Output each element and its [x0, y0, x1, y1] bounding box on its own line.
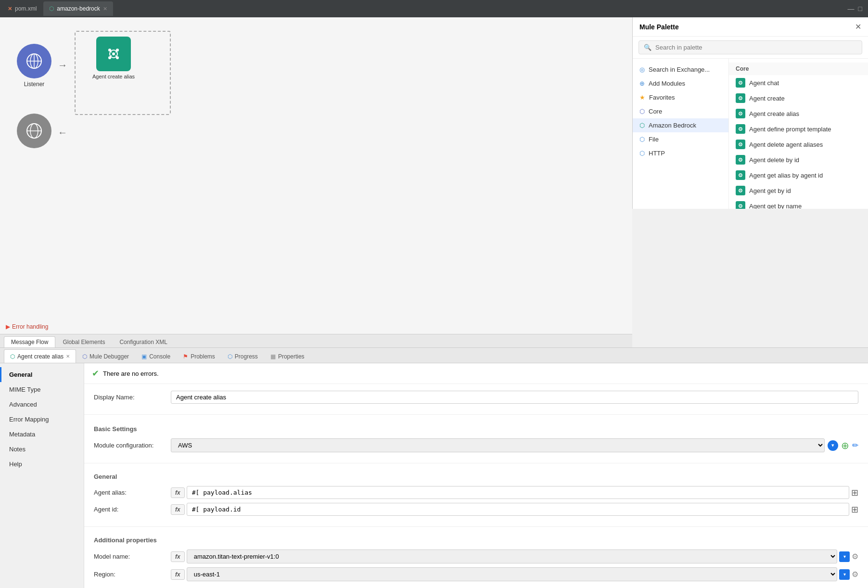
left-area: Listener →	[0, 17, 868, 588]
search-icon: 🔍	[644, 44, 651, 51]
search-input[interactable]	[655, 44, 857, 51]
region-settings-btn[interactable]: ⚙	[852, 570, 858, 579]
agent-id-input[interactable]	[187, 503, 849, 516]
http-icon: ⬡	[639, 150, 645, 157]
palette-item-add-modules[interactable]: ⊕ Add Modules	[633, 77, 728, 90]
palette-item-agent-get-by-name[interactable]: Agent get by name	[729, 198, 868, 209]
display-name-input[interactable]	[171, 391, 858, 404]
agent-alias-fx-btn[interactable]: fx	[171, 487, 185, 498]
agent-id-fx-btn[interactable]: fx	[171, 504, 185, 515]
tab-pom-label: pom.xml	[15, 5, 37, 12]
module-config-dropdown-btn[interactable]: ▾	[828, 440, 838, 451]
palette-item-agent-create-alias[interactable]: Agent create alias	[729, 106, 868, 121]
display-name-label: Display Name:	[94, 394, 171, 401]
agent-id-row: Agent id: fx ⊞	[94, 503, 858, 516]
basic-settings-section: Basic Settings Module configuration: AWS…	[84, 415, 868, 463]
palette-item-amazon-bedrock[interactable]: ⬡ Amazon Bedrock	[633, 118, 728, 132]
palette-close-btn[interactable]: ✕	[855, 22, 861, 31]
listener-label: Listener	[24, 81, 45, 88]
window-controls: — □	[848, 5, 866, 13]
agent-create-alias-node[interactable]: Agent create alias	[92, 37, 135, 79]
tab-problems[interactable]: ⚑ Problems	[177, 349, 221, 363]
sidebar-mime-type[interactable]: MIME Type	[0, 382, 84, 397]
properties-sidebar: General MIME Type Advanced Error Mapping…	[0, 363, 84, 588]
error-icon: ▶	[6, 323, 10, 330]
model-name-select[interactable]: amazon.titan-text-premier-v1:0	[187, 550, 837, 563]
agent-alias-input[interactable]	[187, 486, 849, 499]
svg-point-23	[740, 98, 741, 99]
palette-item-exchange[interactable]: ◎ Search in Exchange...	[633, 63, 728, 77]
tab-configuration-xml[interactable]: Configuration XML	[112, 336, 174, 347]
console-icon: ▣	[141, 353, 147, 360]
palette-item-agent-get-by-id[interactable]: Agent get by id	[729, 183, 868, 198]
add-config-btn[interactable]: ⊕	[841, 440, 849, 451]
palette-item-agent-chat[interactable]: Agent chat	[729, 75, 868, 90]
listener-node[interactable]: Listener	[17, 44, 51, 88]
sidebar-advanced[interactable]: Advanced	[0, 397, 84, 412]
palette-header: Mule Palette ✕	[633, 17, 868, 37]
tab-message-flow[interactable]: Message Flow	[4, 336, 55, 347]
palette-item-agent-get-alias[interactable]: Agent get alias by agent id	[729, 167, 868, 183]
agent-alias-map-btn[interactable]: ⊞	[851, 487, 858, 498]
sidebar-help[interactable]: Help	[0, 457, 84, 472]
region-fx-btn[interactable]: fx	[171, 569, 185, 580]
palette-item-agent-create[interactable]: Agent create	[729, 90, 868, 106]
sidebar-metadata[interactable]: Metadata	[0, 427, 84, 442]
listener-icon	[17, 44, 51, 78]
palette-item-agent-delete-aliases[interactable]: Agent delete agent aliases	[729, 137, 868, 152]
agent-get-by-id-icon	[736, 186, 745, 195]
model-name-fx-btn[interactable]: fx	[171, 551, 185, 562]
palette-item-favorites[interactable]: ★ Favorites	[633, 90, 728, 104]
palette-item-core[interactable]: ⬡ Core	[633, 104, 728, 118]
sidebar-error-mapping[interactable]: Error Mapping	[0, 412, 84, 427]
close-agent-tab[interactable]: ✕	[66, 354, 70, 359]
minimize-btn[interactable]: —	[848, 5, 855, 13]
tab-progress[interactable]: ⬡ Progress	[221, 349, 264, 363]
tab-global-elements[interactable]: Global Elements	[55, 336, 112, 347]
edit-config-btn[interactable]: ✏	[852, 441, 858, 450]
agent-delete-aliases-icon	[736, 140, 745, 149]
agent-alias-field: fx ⊞	[171, 486, 858, 499]
tab-properties[interactable]: ▦ Properties	[264, 349, 311, 363]
tab-agent-create-alias[interactable]: ⬡ Agent create alias ✕	[4, 349, 76, 363]
region-select[interactable]: us-east-1	[187, 567, 837, 581]
region-field: fx us-east-1 ▾ ⚙	[171, 567, 858, 581]
palette-item-file[interactable]: ⬡ File	[633, 132, 728, 146]
model-name-dropdown-btn[interactable]: ▾	[839, 551, 850, 562]
svg-point-38	[740, 175, 741, 176]
general-title: General	[94, 467, 858, 480]
svg-point-44	[740, 205, 741, 206]
region-dropdown-btn[interactable]: ▾	[839, 569, 850, 580]
model-name-settings-btn[interactable]: ⚙	[852, 552, 858, 561]
region-row: Region: fx us-east-1 ▾ ⚙	[94, 567, 858, 581]
tab-mule-debugger[interactable]: ⬡ Mule Debugger	[76, 349, 135, 363]
maximize-btn[interactable]: □	[858, 5, 862, 13]
bottom-content: General MIME Type Advanced Error Mapping…	[0, 363, 868, 588]
tab-pom-xml[interactable]: ✕ pom.xml	[2, 1, 42, 16]
error-label: Error handling	[12, 323, 48, 330]
agent-delete-by-id-label: Agent delete by id	[749, 156, 799, 164]
canvas-container: Listener →	[0, 17, 632, 347]
agent-id-field: fx ⊞	[171, 503, 858, 516]
check-icon: ✔	[92, 368, 99, 379]
properties-label: Properties	[278, 353, 305, 360]
canvas[interactable]: Listener →	[0, 17, 632, 334]
agent-delete-by-id-icon	[736, 155, 745, 165]
palette-item-agent-delete-by-id[interactable]: Agent delete by id	[729, 152, 868, 167]
bottom-tabs: ⬡ Agent create alias ✕ ⬡ Mule Debugger ▣…	[0, 348, 868, 363]
tab-amazon-bedrock[interactable]: ⬡ amazon-bedrock ✕	[43, 1, 113, 16]
agent-create-alias-tab-icon: ⬡	[10, 353, 15, 360]
agent-id-map-btn[interactable]: ⊞	[851, 504, 858, 515]
return-globe-icon	[26, 122, 43, 140]
mule-palette: Mule Palette ✕ 🔍 ◎ Search in Exchange...	[632, 17, 868, 209]
module-config-select[interactable]: AWS	[171, 438, 825, 452]
palette-item-agent-define-prompt[interactable]: Agent define prompt template	[729, 121, 868, 137]
sidebar-general[interactable]: General	[0, 367, 84, 382]
palette-item-http[interactable]: ⬡ HTTP	[633, 146, 728, 160]
sidebar-notes[interactable]: Notes	[0, 442, 84, 457]
additional-props-title: Additional properties	[94, 531, 858, 544]
return-listener-node[interactable]	[17, 114, 51, 148]
core-icon: ⬡	[639, 108, 645, 115]
tab-console[interactable]: ▣ Console	[135, 349, 177, 363]
close-bedrock-tab[interactable]: ✕	[103, 6, 107, 12]
